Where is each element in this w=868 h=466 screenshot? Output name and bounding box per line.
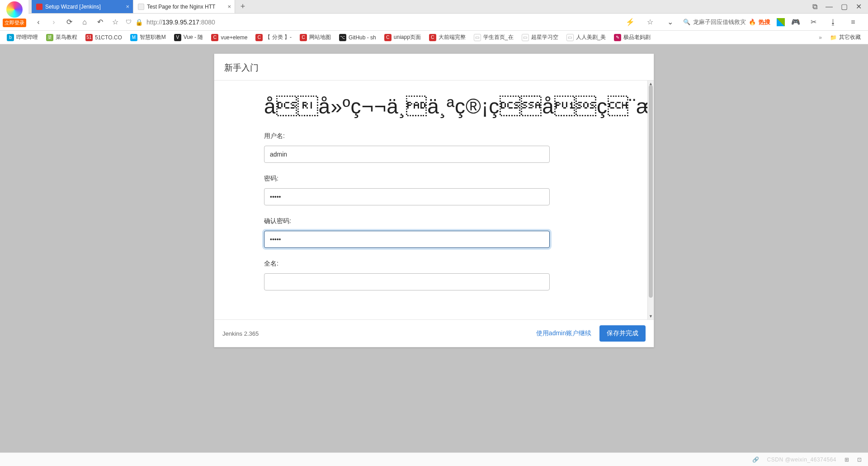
browser-logo-icon: [6, 1, 23, 18]
bookmark-item[interactable]: ✎极品老妈剧: [611, 33, 654, 41]
password-label: 密码:: [264, 175, 598, 183]
bookmark-star-button[interactable]: ☆: [108, 15, 122, 29]
close-icon[interactable]: ×: [126, 3, 129, 10]
bookmark-item[interactable]: 菜菜鸟教程: [43, 33, 80, 41]
url-field[interactable]: 🛡 🔒 http://139.9.95.217:8080: [124, 19, 449, 26]
minimize-button[interactable]: —: [826, 3, 833, 11]
bookmark-label: GitHub - sh: [349, 34, 376, 41]
lock-icon: 🔒: [135, 19, 143, 26]
shield-icon: 🛡: [126, 19, 132, 25]
confirm-password-input[interactable]: [264, 231, 550, 248]
bookmark-item[interactable]: ▭超星学习空: [519, 33, 561, 41]
download-icon[interactable]: ⭳: [826, 15, 840, 29]
watermark-text: CSDN @weixin_46374564: [767, 456, 836, 463]
window-controls: ⧉ — ▢ ✕: [806, 0, 868, 13]
bookmark-label: 学生首页_在: [483, 33, 514, 41]
bookmark-item[interactable]: M智慧职教M: [127, 33, 169, 41]
tab-strip: Setup Wizard [Jenkins] × Test Page for t…: [0, 0, 868, 14]
home-button[interactable]: ⌂: [78, 15, 91, 29]
modal-heading: åå»ºç¬¬ä¸ä¸ªç®¡çåç¨æ·: [264, 94, 598, 119]
login-now-badge[interactable]: 立即登录: [3, 19, 26, 27]
fullname-input[interactable]: [264, 273, 550, 290]
bookmark-item[interactable]: C网站地图: [297, 33, 334, 41]
gamepad-icon[interactable]: 🎮: [791, 18, 800, 26]
bookmark-label: Vue - 随: [184, 33, 203, 41]
bookmark-label: vue+eleme: [221, 34, 247, 41]
bookmark-item[interactable]: b哔哩哔哩: [4, 33, 41, 41]
password-input[interactable]: [264, 188, 550, 205]
chevron-down-icon[interactable]: ⌄: [663, 15, 677, 29]
apps-grid-icon[interactable]: [777, 18, 785, 26]
fullname-label: 全名:: [264, 260, 598, 268]
bookmark-label: 极品老妈剧: [623, 33, 651, 41]
url-host: 139.9.95.217: [162, 19, 199, 26]
username-input[interactable]: [264, 146, 550, 163]
bookmark-label: 智慧职教M: [140, 33, 166, 41]
menu-icon[interactable]: ≡: [846, 15, 860, 29]
url-port: :8080: [199, 19, 215, 26]
username-label: 用户名:: [264, 132, 598, 140]
bookmark-label: 哔哩哔哩: [16, 33, 38, 41]
setup-wizard-modal: 新手入门 åå»ºç¬¬ä¸ä¸ªç®¡çåç¨æ· 用户名:…: [214, 53, 654, 347]
folder-icon: 📁: [830, 34, 837, 41]
bookmark-label: 大前端完整: [439, 33, 466, 41]
tab-title: Test Page for the Nginx HTT: [147, 4, 215, 10]
search-icon: 🔍: [683, 19, 690, 25]
forward-button[interactable]: ›: [47, 15, 61, 29]
bookmark-item[interactable]: ⌥GitHub - sh: [336, 34, 379, 41]
folder-label: 其它收藏: [839, 33, 861, 41]
save-and-finish-button[interactable]: 保存并完成: [599, 325, 646, 342]
bookmark-item[interactable]: ▭人人美剧_美: [563, 33, 609, 41]
search-placeholder: 龙麻子回应借钱救灾: [693, 18, 746, 26]
bookmark-item[interactable]: Cuniapp页面: [381, 33, 424, 41]
window-tile-icon[interactable]: ⊞: [844, 456, 849, 463]
address-bar: ‹ › ⟳ ⌂ ↶ ☆ 🛡 🔒 http://139.9.95.217:8080…: [0, 14, 868, 31]
browser-logo-panel: 立即登录: [0, 0, 28, 29]
scroll-down-icon[interactable]: ▼: [648, 313, 654, 319]
bookmarks-overflow-button[interactable]: »: [816, 34, 825, 41]
bookmark-label: uniapp页面: [394, 33, 421, 41]
link-icon[interactable]: 🔗: [752, 456, 759, 463]
bookmark-item[interactable]: Cvue+eleme: [208, 34, 250, 41]
bookmark-item[interactable]: ▭学生首页_在: [471, 33, 517, 41]
modal-scrollbar[interactable]: ▲ ▼: [647, 81, 654, 319]
hot-badge: 热搜: [759, 18, 770, 26]
scroll-thumb[interactable]: [649, 85, 653, 298]
page-content: 新手入门 åå»ºç¬¬ä¸ä¸ªç®¡çåç¨æ· 用户名:…: [0, 44, 868, 452]
other-bookmarks-folder[interactable]: 📁 其它收藏: [826, 33, 864, 41]
continue-as-admin-link[interactable]: 使用admin账户继续: [536, 329, 591, 338]
back-button[interactable]: ‹: [32, 15, 45, 29]
bookmark-item[interactable]: C【 分类 】-: [252, 33, 295, 41]
bolt-icon[interactable]: ⚡: [623, 15, 637, 29]
modal-footer: Jenkins 2.365 使用admin账户继续 保存并完成: [214, 319, 654, 347]
close-icon[interactable]: ×: [227, 3, 231, 10]
tab-title: Setup Wizard [Jenkins]: [45, 4, 101, 10]
reload-button[interactable]: ⟳: [62, 15, 76, 29]
search-box[interactable]: 🔍 龙麻子回应借钱救灾 🔥 热搜: [683, 18, 770, 26]
extension-icon[interactable]: ⧉: [812, 3, 817, 11]
bookmark-label: 超星学习空: [531, 33, 558, 41]
bookmark-label: 网站地图: [309, 33, 331, 41]
bookmark-item[interactable]: VVue - 随: [171, 33, 207, 41]
bookmark-item[interactable]: C大前端完整: [426, 33, 469, 41]
status-bar: 🔗 CSDN @weixin_46374564 ⊞ ⊡: [0, 452, 868, 466]
bookmark-label: 51CTO.CO: [95, 34, 122, 41]
modal-header: 新手入门: [214, 54, 654, 81]
window-fullscreen-icon[interactable]: ⊡: [857, 456, 862, 463]
bookmark-item[interactable]: 5151CTO.CO: [82, 34, 125, 41]
tab-jenkins[interactable]: Setup Wizard [Jenkins] ×: [32, 0, 133, 13]
tab-nginx[interactable]: Test Page for the Nginx HTT ×: [133, 0, 235, 13]
new-tab-button[interactable]: +: [235, 0, 250, 13]
confirm-password-label: 确认密码:: [264, 217, 598, 225]
jenkins-version: Jenkins 2.365: [222, 330, 259, 337]
bookmark-label: 菜鸟教程: [56, 33, 77, 41]
maximize-button[interactable]: ▢: [841, 2, 848, 11]
modal-body: åå»ºç¬¬ä¸ä¸ªç®¡çåç¨æ· 用户名: 密码: …: [214, 81, 647, 319]
jenkins-favicon-icon: [36, 4, 42, 10]
scissors-icon[interactable]: ✂: [807, 15, 820, 29]
star-icon[interactable]: ☆: [643, 15, 657, 29]
close-window-button[interactable]: ✕: [856, 2, 862, 11]
bookmark-label: 人人美剧_美: [576, 33, 606, 41]
bookmarks-bar: b哔哩哔哩 菜菜鸟教程 5151CTO.CO M智慧职教M VVue - 随 C…: [0, 31, 868, 44]
undo-button[interactable]: ↶: [93, 15, 107, 29]
